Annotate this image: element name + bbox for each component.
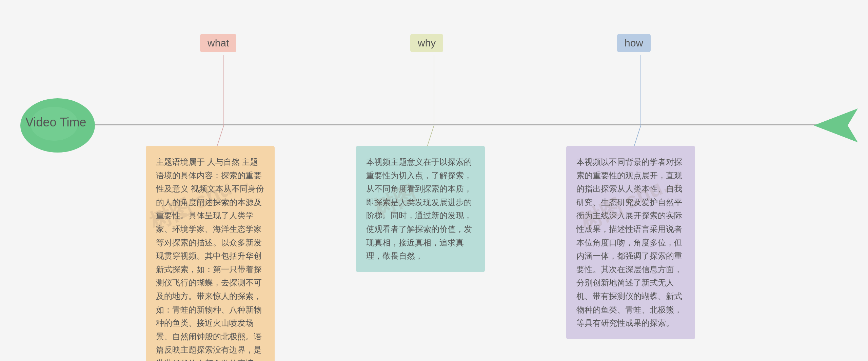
svg-marker-9 [814,108,858,125]
svg-line-6 [634,125,641,146]
svg-line-4 [217,125,224,146]
content-box-what: 主题语境属于 人与自然 主题语境的具体内容：探索的重要性及意义 视频文本从不同身… [146,146,275,361]
svg-marker-10 [814,125,858,142]
bubble-how: how [617,34,651,52]
svg-line-5 [427,125,434,146]
content-box-how: 本视频以不同背景的学者对探索的重要性的观点展开，直观的指出探索从人类本性、自我研… [566,146,695,339]
content-box-why: 本视频主题意义在于以探索的重要性为切入点，了解探索，从不同角度看到探索的本质，即… [356,146,485,272]
content-text-what: 主题语境属于 人与自然 主题语境的具体内容：探索的重要性及意义 视频文本从不同身… [156,157,264,361]
fish-tail [814,108,858,142]
bubble-why: why [410,34,443,52]
diagram-container: Video Time what why how 主题语境属于 人与自然 主题语境… [0,0,868,361]
content-text-how: 本视频以不同背景的学者对探索的重要性的观点展开，直观的指出探索从人类本性、自我研… [576,157,682,327]
video-time-label: Video Time [25,115,86,129]
bubble-what: what [200,34,236,52]
content-text-why: 本视频主题意义在于以探索的重要性为切入点，了解探索，从不同角度看到探索的本质，即… [366,157,472,260]
